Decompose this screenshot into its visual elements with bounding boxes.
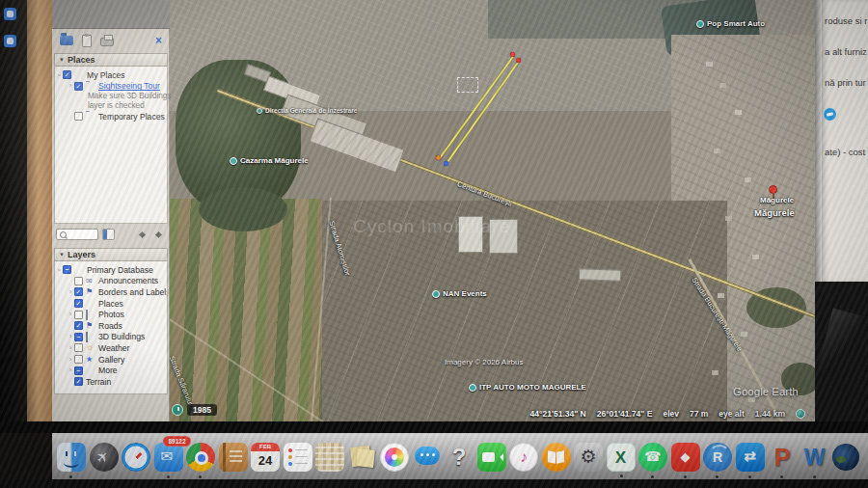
tree-item-sightseeing-tour[interactable]: › Sightseeing Tour [55,81,167,93]
fly-to-icon[interactable] [153,230,164,240]
layer-checkbox[interactable] [74,355,83,364]
expander-icon[interactable]: › [67,333,74,340]
poi-pop-smart[interactable]: Pop Smart Auto [696,19,765,28]
historical-imagery-chip[interactable]: 1985 [172,404,217,416]
expander-icon[interactable]: › [55,71,63,79]
layer-checkbox[interactable] [74,311,83,319]
messages-icon[interactable] [413,443,442,472]
expander-icon[interactable]: › [67,288,74,296]
collapse-triangle-icon: ▼ [59,57,65,63]
layer-checkbox[interactable] [74,321,83,330]
stickies-icon[interactable] [348,443,377,472]
layer-checkbox[interactable] [74,299,83,308]
desktop-shortcut-icon[interactable] [4,35,16,47]
system-preferences-icon[interactable]: ⚙ [574,443,603,472]
map-woods [199,187,287,231]
layer-row-primary-database[interactable]: › Primary Database [55,264,167,276]
temporary-places-checkbox[interactable] [74,112,83,121]
measure-endpoint-dot[interactable] [510,52,515,57]
remote-r-app-icon[interactable]: R [703,443,732,472]
whatsapp-icon[interactable]: ☎ [638,443,667,472]
launchpad-icon[interactable] [90,443,119,472]
add-folder-icon[interactable] [60,36,73,45]
layer-checkbox[interactable] [74,287,83,296]
expander-icon[interactable]: › [67,356,74,364]
layer-row-terrain[interactable]: Terrain [55,376,167,388]
latitude-value: 44°21'51.34" N [530,409,586,419]
layer-row-roads[interactable]: ⚑ Roads [55,320,167,332]
layer-row-weather[interactable]: › ☼ Weather [55,342,167,354]
measure-endpoint-dot[interactable] [436,155,441,160]
temporary-places-label: Temporary Places [98,112,165,122]
expander-icon[interactable]: › [55,266,63,274]
safari-icon[interactable] [122,443,150,472]
expander-icon[interactable]: › [67,344,74,352]
contacts-icon[interactable] [219,443,248,472]
red-pin-icon[interactable] [769,185,777,194]
poi-cazarma[interactable]: Cazarma Măgurele [230,156,309,165]
google-earth-dock-icon[interactable] [832,443,848,472]
measure-endpoint-dot[interactable] [516,58,521,63]
calendar-icon[interactable]: FEB 24 [251,443,280,472]
poi-icon [432,290,440,298]
layer-label: Photos [98,310,124,319]
desktop-shortcut-icon[interactable] [4,8,16,20]
layer-checkbox[interactable] [74,343,83,352]
layer-row-places[interactable]: Places [55,298,167,310]
itunes-icon[interactable]: ♪ [509,443,538,472]
missing-app-icon[interactable]: ? [445,443,474,472]
layer-checkbox[interactable] [74,277,83,285]
reminders-icon[interactable] [284,443,312,472]
poi-directia[interactable]: Direcția Generală de Înzestrare [257,107,357,114]
satellite-map-viewport[interactable]: Pop Smart Auto Direcția Generală de Înze… [170,0,815,421]
facetime-icon[interactable] [477,443,506,472]
my-places-label: My Places [87,70,125,80]
measure-endpoint-dot[interactable] [444,161,448,166]
expander-icon[interactable]: › [67,366,74,374]
layer-checkbox[interactable] [63,265,71,274]
clipboard-icon[interactable] [82,35,92,47]
places-panel-header[interactable]: ▼ Places [54,53,168,67]
photos-icon[interactable] [380,443,409,472]
finder-icon[interactable] [57,443,86,472]
sightseeing-checkbox[interactable] [74,82,83,91]
layer-row-announcements[interactable]: ✉ Announcements [55,276,167,287]
teamviewer-icon[interactable]: ⇄ [736,443,765,472]
close-icon[interactable]: × [155,35,162,46]
news-icon[interactable] [315,443,344,472]
red-diamond-app-icon[interactable]: ◆ [671,443,700,472]
layer-row-borders[interactable]: › ⚑ Borders and Labels [55,286,167,298]
map-houses [706,62,713,67]
word-icon[interactable]: W [800,443,829,472]
tree-item-temporary-places[interactable]: Temporary Places [55,111,167,122]
layer-checkbox[interactable] [74,366,83,375]
books-icon[interactable] [542,443,571,472]
legend-icon[interactable] [102,229,115,240]
fly-to-icon[interactable] [137,230,148,240]
expander-icon[interactable]: › [67,82,74,90]
layer-row-more[interactable]: › More [55,365,167,376]
chrome-icon[interactable] [186,443,215,472]
mail-icon[interactable]: 89122 [154,443,183,472]
layers-panel-header[interactable]: ▼ Layers [54,248,168,261]
layer-row-gallery[interactable]: › ★ Gallery [55,354,167,366]
layer-checkbox[interactable] [74,333,83,341]
print-icon[interactable] [100,38,114,46]
expander-icon[interactable]: › [67,311,74,318]
my-places-checkbox[interactable] [63,70,71,79]
layer-row-3d-buildings[interactable]: › 3D Buildings [55,332,167,343]
poi-itp[interactable]: ITP AUTO MOTO MAGURELE [469,383,586,392]
excel-icon[interactable]: X [607,443,636,472]
measure-target-box[interactable] [457,77,478,93]
tree-item-my-places[interactable]: › My Places [55,69,167,81]
background-window[interactable]: roduse si r a alt furniz nă prin tur ate… [822,0,868,282]
poi-nan-events[interactable]: NAN Events [432,289,487,298]
layer-checkbox[interactable] [74,377,83,386]
search-icon[interactable] [56,229,98,240]
buildings-icon [86,333,95,341]
layers-search-row [54,226,168,243]
layer-row-photos[interactable]: › Photos [55,309,167,320]
sightseeing-tour-link[interactable]: Sightseeing Tour [98,81,160,91]
powerpoint-icon[interactable]: P [768,443,797,472]
poi-magurele-pin-label[interactable]: Măgurele [760,196,794,204]
